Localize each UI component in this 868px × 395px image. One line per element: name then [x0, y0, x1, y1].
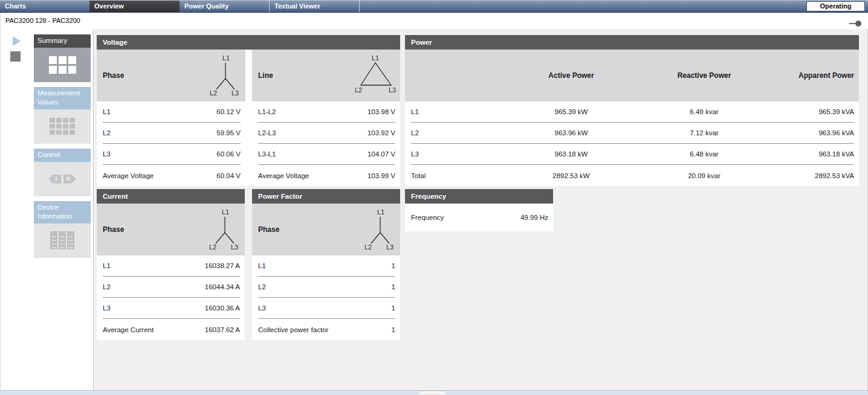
- sidebar-item-summary[interactable]: Summary: [34, 34, 91, 82]
- sidebar-item-measurement-values[interactable]: Measurement Values: [34, 87, 91, 144]
- delta-diagram-icon: L1 L2 L3: [354, 54, 397, 96]
- table-row: L3-L1 104.07 V: [258, 144, 395, 165]
- svg-text:L1: L1: [222, 208, 229, 216]
- main-area: Voltage Phase L1 L2 L3: [94, 29, 868, 390]
- current-panel: Current Phase L1 L2 L3 L1 16038.27 A L2 …: [97, 189, 245, 340]
- tab-power-quality[interactable]: Power Quality: [180, 1, 270, 12]
- table-row: L1 16038.27 A: [103, 255, 240, 277]
- content-area: Summary Measurement Values Control: [0, 29, 868, 390]
- pin-icon[interactable]: [849, 21, 861, 27]
- svg-text:L2: L2: [210, 89, 217, 96]
- device-cabinet-icon: [50, 231, 74, 249]
- phase-header: Phase: [258, 225, 279, 234]
- table-row: L3 963.18 kW 6.48 kvar 963.18 kVA: [411, 144, 854, 165]
- breadcrumb-row: PAC3200 128 - PAC3200: [0, 13, 868, 29]
- svg-text:L2: L2: [209, 243, 216, 250]
- tab-bar: Charts Overview Power Quality Textual Vi…: [0, 0, 868, 13]
- table-row: L2 59.95 V: [103, 123, 241, 144]
- power-panel-title: Power: [405, 35, 859, 50]
- sidebar-item-label: Summary: [34, 34, 91, 48]
- sidebar-item-label: Control: [34, 149, 91, 162]
- tab-textual-viewer[interactable]: Textual Viewer: [270, 1, 360, 12]
- frequency-panel: Frequency Frequency 49.99 Hz: [405, 189, 553, 231]
- table-row: L1 60.12 V: [103, 101, 241, 123]
- scrollbar-thumb[interactable]: [418, 391, 446, 395]
- voltage-panel: Voltage Phase L1 L2 L3: [97, 35, 400, 186]
- reactive-power-header: Reactive Power: [653, 71, 756, 80]
- table-row: Frequency 49.99 Hz: [411, 204, 548, 231]
- summary-grid-icon: [49, 56, 76, 74]
- voltage-panel-title: Voltage: [97, 35, 400, 50]
- svg-text:L3: L3: [232, 89, 239, 96]
- power-factor-panel-title: Power Factor: [252, 189, 400, 204]
- breadcrumb: PAC3200 128 - PAC3200: [5, 17, 80, 24]
- play-icon[interactable]: [13, 36, 21, 46]
- table-row: L3 16030.36 A: [103, 298, 240, 319]
- svg-text:L1: L1: [222, 54, 230, 62]
- voltage-phase-column: Phase L1 L2 L3 L1 60.12 V: [97, 50, 245, 186]
- table-row: Total 2892.53 kW 20.09 kvar 2892.53 kVA: [411, 165, 854, 186]
- table-row: L2-L3 103.92 V: [258, 123, 395, 144]
- sidebar-item-label: Measurement Values: [34, 87, 91, 109]
- table-row: Average Current 16037.62 A: [103, 319, 240, 340]
- phase-header: Phase: [103, 71, 124, 80]
- power-column-headers: Active Power Reactive Power Apparent Pow…: [405, 50, 859, 101]
- table-row: L2 963.96 kW 7.12 kvar 963.96 kVA: [411, 123, 854, 144]
- table-row: L1-L2 103.98 V: [258, 101, 395, 123]
- line-header: Line: [258, 71, 273, 80]
- svg-text:L1: L1: [372, 54, 379, 62]
- svg-text:L3: L3: [389, 86, 396, 94]
- svg-text:L3: L3: [231, 243, 238, 250]
- frequency-panel-title: Frequency: [405, 189, 553, 204]
- table-row: L2 16044.34 A: [103, 277, 240, 298]
- current-panel-title: Current: [97, 189, 245, 204]
- stop-icon[interactable]: [10, 51, 21, 62]
- table-row: L2 1: [258, 277, 395, 298]
- sidebar-item-control[interactable]: Control I O: [34, 149, 91, 196]
- horizontal-scrollbar[interactable]: [0, 390, 868, 395]
- wye-diagram-icon: L1 L2 L3: [360, 208, 397, 250]
- table-row: Average Voltage 103.99 V: [258, 165, 395, 186]
- table-row: L3 1: [258, 298, 395, 319]
- sidebar-item-label: Device Information: [34, 201, 91, 223]
- power-panel: Power Active Power Reactive Power Appare…: [405, 35, 859, 186]
- wye-diagram-icon: L1 L2 L3: [204, 208, 242, 250]
- table-row: L3 60.06 V: [103, 144, 241, 165]
- active-power-header: Active Power: [490, 71, 653, 80]
- tab-overview[interactable]: Overview: [89, 1, 180, 12]
- table-row: L1 965.39 kW 6.49 kvar 965.39 kVA: [411, 101, 854, 123]
- apparent-power-header: Apparent Power: [756, 71, 854, 80]
- operating-button[interactable]: Operating: [806, 1, 865, 11]
- power-factor-panel: Power Factor Phase L1 L2 L3 L1 1 L2 1: [252, 189, 400, 340]
- tab-charts[interactable]: Charts: [0, 1, 90, 12]
- phase-header: Phase: [103, 225, 124, 234]
- svg-text:L1: L1: [377, 208, 384, 216]
- measurement-table-icon: [50, 118, 75, 135]
- io-control-icon: I O: [49, 175, 76, 184]
- svg-text:L2: L2: [364, 243, 372, 250]
- table-row: Average Voltage 60.04 V: [103, 165, 241, 186]
- voltage-line-column: Line L1 L2 L3 L1-L2 103.98 V L2-L3: [252, 50, 400, 186]
- sidebar: Summary Measurement Values Control: [0, 29, 94, 390]
- svg-text:L3: L3: [386, 243, 394, 250]
- wye-diagram-icon: L1 L2 L3: [205, 54, 242, 96]
- table-row: Collective power factor 1: [258, 319, 395, 340]
- svg-text:L2: L2: [355, 86, 362, 94]
- table-row: L1 1: [258, 255, 395, 277]
- sidebar-item-device-information[interactable]: Device Information: [34, 201, 91, 258]
- sidebar-nav: Summary Measurement Values Control: [34, 34, 91, 263]
